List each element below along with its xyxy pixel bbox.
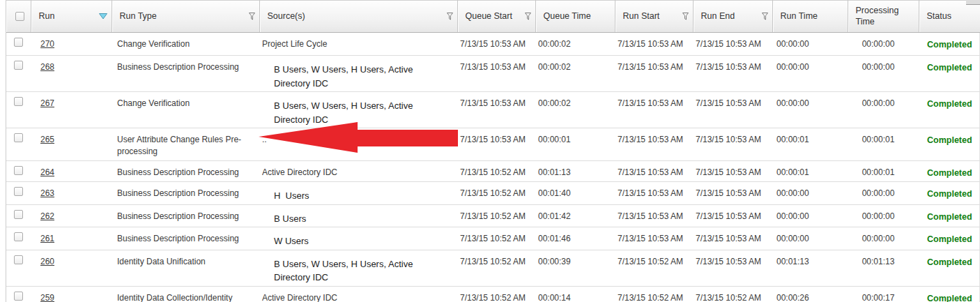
filter-funnel-icon[interactable] xyxy=(447,13,453,20)
run-time-cell: 00:01:13 xyxy=(772,250,848,286)
column-header-label: Queue Time xyxy=(544,11,591,22)
run-type-cell: Identity Data Unification xyxy=(112,250,259,286)
column-header-source[interactable]: Source(s) xyxy=(259,1,457,33)
scrollbar-corner[interactable] xyxy=(966,0,980,5)
row-checkbox-cell xyxy=(6,286,31,302)
run-type-cell: User Attribute Change Rules Pre-processi… xyxy=(112,128,259,161)
run-end-cell: 7/13/15 10:53 AM xyxy=(693,33,772,56)
run-id-link[interactable]: 268 xyxy=(40,62,54,72)
run-time-cell: 00:00:26 xyxy=(772,286,848,302)
run-end-cell: 7/13/15 10:53 AM xyxy=(693,92,772,128)
processing-time-cell: 00:00:17 xyxy=(848,286,919,302)
run-type-cell: Change Verification xyxy=(112,33,259,56)
column-header-label: Processing Time xyxy=(856,6,914,27)
queue-time-cell: 00:00:14 xyxy=(535,286,615,302)
row-checkbox[interactable] xyxy=(14,133,23,142)
run-id-link[interactable]: 262 xyxy=(40,211,54,221)
column-header-rstart[interactable]: Run Start xyxy=(615,1,693,33)
run-id-link[interactable]: 264 xyxy=(40,167,54,177)
column-header-run[interactable]: Run xyxy=(31,1,112,33)
sources-text: W Users xyxy=(274,234,309,248)
column-header-rtime[interactable]: Run Time xyxy=(772,1,848,33)
row-checkbox-cell xyxy=(6,92,31,128)
sources-text: Project Life Cycle xyxy=(262,39,327,49)
run-id-link[interactable]: 261 xyxy=(40,234,54,243)
sources-cell: B Users, W Users, H Users, Active Direct… xyxy=(259,56,457,92)
run-id-link[interactable]: 259 xyxy=(40,293,54,302)
run-start-cell: 7/13/15 10:53 AM xyxy=(615,128,693,161)
sort-filter-triangle-icon[interactable] xyxy=(99,13,107,20)
queue-start-cell: 7/13/15 10:53 AM xyxy=(457,56,535,92)
filter-funnel-icon[interactable] xyxy=(525,13,531,20)
filter-funnel-icon[interactable] xyxy=(249,13,255,20)
status-badge: Completed xyxy=(927,63,972,73)
row-checkbox[interactable] xyxy=(14,166,23,175)
run-id-link[interactable]: 270 xyxy=(40,39,54,49)
run-type-cell: Business Description Processing xyxy=(112,204,259,227)
status-badge: Completed xyxy=(927,135,972,145)
column-header-rend[interactable]: Run End xyxy=(693,1,772,33)
row-checkbox[interactable] xyxy=(14,255,23,264)
row-checkbox[interactable] xyxy=(14,292,23,301)
row-checkbox[interactable] xyxy=(14,187,23,196)
run-end-cell: 7/13/15 10:53 AM xyxy=(693,182,772,205)
queue-time-cell: 00:00:02 xyxy=(535,33,615,56)
sources-cell: B Users xyxy=(259,204,457,227)
filter-funnel-icon[interactable] xyxy=(682,13,689,20)
column-header-runtype[interactable]: Run Type xyxy=(112,1,259,33)
column-header-label: Run Time xyxy=(781,11,818,22)
row-checkbox[interactable] xyxy=(14,210,23,219)
status-cell: Completed xyxy=(919,92,980,128)
column-header-qstart[interactable]: Queue Start xyxy=(457,1,535,33)
run-id-cell: 270 xyxy=(31,33,112,56)
status-badge: Completed xyxy=(927,212,972,222)
filter-funnel-icon[interactable] xyxy=(762,13,768,20)
run-time-cell: 00:00:01 xyxy=(772,128,848,161)
run-id-link[interactable]: 260 xyxy=(40,257,54,266)
row-checkbox[interactable] xyxy=(14,97,23,106)
sources-text: Active Directory IDC xyxy=(262,293,337,302)
row-checkbox[interactable] xyxy=(14,38,23,47)
column-header-label: Status xyxy=(927,11,951,22)
select-all-checkbox[interactable] xyxy=(15,12,24,21)
run-end-cell: 7/13/15 10:53 AM xyxy=(693,204,772,227)
processing-time-cell: 00:00:00 xyxy=(848,56,919,92)
sources-cell: H Users xyxy=(259,182,457,205)
sources-text: .. xyxy=(262,135,267,144)
processing-time-cell: 00:00:00 xyxy=(848,182,919,205)
row-checkbox[interactable] xyxy=(14,232,23,241)
run-end-cell: 7/13/15 10:52 AM xyxy=(693,286,772,302)
run-start-cell: 7/13/15 10:53 AM xyxy=(615,161,693,182)
run-type-cell: Business Description Processing xyxy=(112,161,259,182)
run-id-link[interactable]: 267 xyxy=(40,98,54,108)
status-cell: Completed xyxy=(919,128,980,161)
status-badge: Completed xyxy=(927,257,972,267)
row-checkbox-cell xyxy=(6,182,31,205)
column-header-ptime[interactable]: Processing Time xyxy=(848,1,919,33)
queue-time-cell: 00:00:01 xyxy=(535,128,615,161)
column-header-label: Queue Start xyxy=(466,11,512,22)
run-time-cell: 00:00:00 xyxy=(772,182,848,205)
run-type-cell: Change Verification xyxy=(112,92,259,128)
column-header-label: Run xyxy=(39,11,55,22)
processing-time-cell: 00:00:00 xyxy=(848,33,919,56)
run-id-cell: 264 xyxy=(31,161,112,182)
column-header-check[interactable] xyxy=(6,1,31,33)
run-id-link[interactable]: 263 xyxy=(40,188,54,198)
column-header-qtime[interactable]: Queue Time xyxy=(535,1,615,33)
sources-cell: Active Directory IDC xyxy=(259,161,457,182)
run-start-cell: 7/13/15 10:52 AM xyxy=(615,250,693,286)
queue-time-cell: 00:00:02 xyxy=(535,92,615,128)
sources-text: Active Directory IDC xyxy=(262,167,337,177)
queue-time-cell: 00:01:13 xyxy=(535,161,615,182)
table-row-run-264: 264Business Description ProcessingActive… xyxy=(6,161,980,182)
run-start-cell: 7/13/15 10:53 AM xyxy=(615,227,693,250)
column-header-label: Run Type xyxy=(120,11,157,22)
row-checkbox-cell xyxy=(6,250,31,286)
status-badge: Completed xyxy=(927,294,972,302)
sources-text: B Users, W Users, H Users, Active Direct… xyxy=(274,99,438,126)
run-id-cell: 263 xyxy=(31,182,112,205)
row-checkbox[interactable] xyxy=(14,61,23,70)
run-id-link[interactable]: 265 xyxy=(40,135,54,144)
column-header-status[interactable]: Status xyxy=(919,1,980,33)
